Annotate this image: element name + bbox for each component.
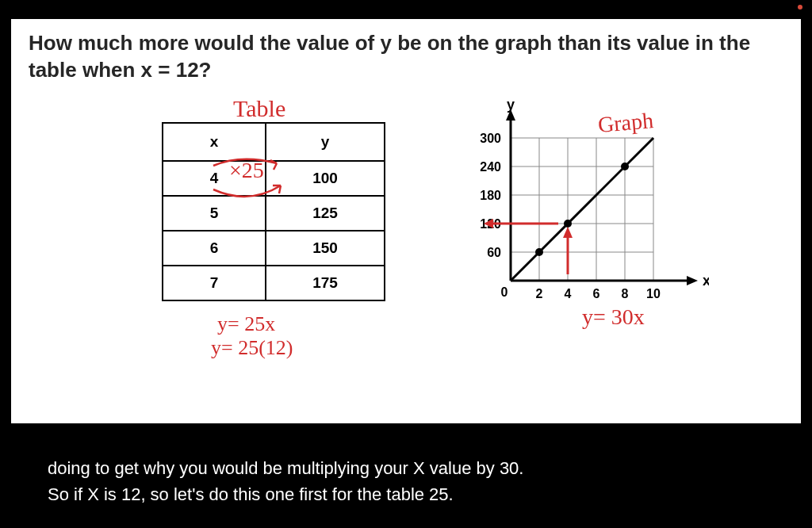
xy-graph: y x 300 240 180 120 60 0 2 4 6 8 10 <box>455 98 709 320</box>
origin-label: 0 <box>501 285 508 299</box>
caption-line: So if X is 12, so let's do this one firs… <box>48 481 764 507</box>
cell-y: 150 <box>266 231 385 266</box>
y-axis-label: y <box>507 98 515 113</box>
data-line <box>511 138 653 281</box>
caption-line: doing to get why you would be multiplyin… <box>48 455 764 481</box>
cell-x: 6 <box>163 231 266 266</box>
x-axis-label: x <box>703 273 709 289</box>
x-tick: 10 <box>646 287 661 300</box>
data-table: x y 4 100 5 125 6 150 7 <box>162 122 385 301</box>
table-row: 7 175 <box>163 266 385 300</box>
whiteboard-canvas: How much more would the value of y be on… <box>11 19 801 423</box>
cell-y: 175 <box>266 266 385 300</box>
question-text: How much more would the value of y be on… <box>29 30 774 84</box>
data-point <box>564 220 572 228</box>
y-tick: 300 <box>480 132 501 145</box>
data-point <box>535 248 543 256</box>
graph-label-handwritten: Graph <box>597 108 655 138</box>
y-tick: 180 <box>480 189 501 202</box>
table-row: 6 150 <box>163 231 385 266</box>
table-label-handwritten: Table <box>233 95 285 122</box>
table-equation-1: y= 25x <box>217 312 275 336</box>
x-axis-arrow-icon <box>687 276 698 285</box>
recording-indicator <box>798 5 802 10</box>
cell-x: 7 <box>163 266 266 300</box>
x-tick: 8 <box>622 287 629 300</box>
x-tick: 2 <box>536 287 543 300</box>
data-point <box>621 163 629 170</box>
graph-equation: y= 30x <box>582 304 645 330</box>
y-tick: 60 <box>487 246 501 259</box>
x-tick: 6 <box>593 287 600 300</box>
x-tick: 4 <box>565 287 572 300</box>
rate-arrow-icon <box>201 154 304 201</box>
table-equation-2: y= 25(12) <box>211 336 293 360</box>
y-tick: 240 <box>480 160 501 174</box>
video-caption: doing to get why you would be multiplyin… <box>0 441 812 528</box>
